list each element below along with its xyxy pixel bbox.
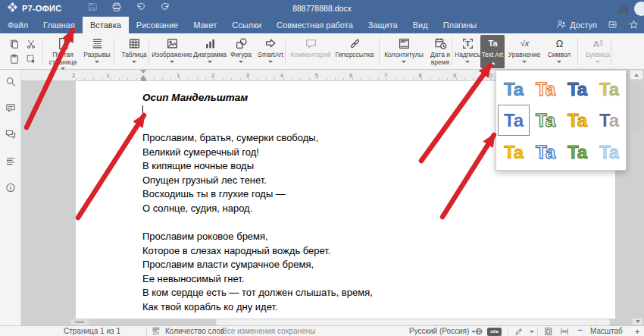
select-button[interactable] — [23, 52, 39, 67]
globe-icon[interactable] — [474, 327, 483, 336]
copy-button[interactable] — [6, 36, 23, 52]
svg-text:Ta: Ta — [488, 39, 498, 48]
textart-style-selected[interactable]: Ta — [498, 105, 530, 137]
save-icon — [87, 2, 98, 15]
tab-ссылки[interactable]: Ссылки — [224, 17, 269, 33]
table-button[interactable]: Таблица — [117, 35, 152, 68]
blankpage-button[interactable]: Пустая страница — [45, 35, 80, 68]
cut-button[interactable] — [23, 36, 39, 52]
fitwidth-icon — [560, 329, 569, 336]
menubar: ФайлГлавнаяВставкаРисованиеМакетСсылкиСо… — [0, 17, 644, 33]
svg-text:√x: √x — [520, 39, 529, 48]
vertical-scrollbar-thumb[interactable] — [632, 82, 641, 132]
language-selector[interactable]: Русский (Россия) — [409, 327, 476, 336]
undo-button[interactable] — [131, 0, 151, 17]
word-count-button[interactable]: Количество слов — [165, 327, 224, 336]
redo-button[interactable] — [155, 0, 175, 17]
zoom-out-button[interactable]: − — [577, 325, 583, 334]
tab-макет[interactable]: Макет — [186, 17, 224, 33]
textart-button[interactable]: TaText Art — [480, 35, 505, 68]
chevron-down-icon — [557, 61, 561, 63]
poem-line: Которое в слезах народный вождь берет. — [142, 244, 373, 259]
scroll-down-button[interactable] — [632, 318, 643, 325]
ruler-number: 1 — [107, 72, 110, 79]
access-button[interactable]: Доступ — [556, 19, 597, 31]
toolbar-separator — [577, 38, 578, 65]
poem-line: Как твой корабль ко дну идет. — [142, 300, 373, 315]
poem-line: О солнце, судия, народ. — [142, 202, 318, 216]
textart-style-option[interactable]: Ta — [530, 73, 561, 105]
headerfooter-icon — [398, 37, 411, 50]
equation-button[interactable]: √xУравнение — [505, 35, 544, 68]
bottom-left-control[interactable] — [70, 319, 89, 325]
svg-text:Ta: Ta — [599, 110, 620, 130]
fit-width-icon[interactable] — [560, 327, 569, 336]
poem-author-heading: Осип Мандельштам — [142, 92, 248, 103]
ruler-number: 2 — [72, 72, 75, 79]
textart-style-option[interactable]: Ta — [561, 73, 593, 105]
save-button[interactable] — [83, 0, 102, 17]
shape-label: Фигура — [230, 52, 252, 59]
chevron-down-icon — [208, 61, 212, 63]
avatar[interactable] — [634, 2, 644, 16]
headerfooter-button[interactable]: Колонтитулы — [382, 35, 426, 68]
select-icon — [26, 54, 36, 64]
smartart-button[interactable]: SmartArt — [255, 35, 286, 68]
textart-style-option[interactable]: Ta — [593, 73, 625, 105]
page-indicator[interactable]: Страница 1 из 1 — [64, 327, 120, 336]
sidebar-comment-bubble-button[interactable] — [5, 102, 16, 117]
textart-style-option[interactable]: Ta — [498, 73, 530, 105]
blankpage-icon — [57, 37, 70, 50]
r7-logo-icon — [6, 0, 18, 17]
sidebar-search-button[interactable] — [5, 76, 16, 90]
chevron-down-icon — [239, 61, 243, 63]
redo-icon — [160, 2, 170, 15]
tab-плагины[interactable]: Плагины — [436, 17, 485, 33]
headerfooter-label: Колонтитулы — [384, 52, 424, 59]
zoom-in-button[interactable]: + — [635, 327, 639, 336]
tab-рисование[interactable]: Рисование — [129, 17, 186, 33]
datetime-button[interactable]: Дата и время — [426, 35, 455, 68]
app-logo: Р7-ОФИС — [0, 0, 61, 17]
textart-style-option[interactable]: Ta — [593, 136, 625, 168]
tab-главная[interactable]: Главная — [36, 17, 83, 33]
review-mode-icon[interactable] — [514, 327, 524, 336]
clipboard-group — [2, 35, 39, 68]
sidebar-headings-button[interactable] — [5, 155, 16, 170]
toolbar-separator — [611, 38, 611, 65]
tab-совместная-работа[interactable]: Совместная работа — [269, 17, 361, 33]
print-button[interactable] — [107, 0, 127, 17]
comment-bubble-icon — [5, 103, 16, 116]
fit-page-icon[interactable] — [544, 327, 553, 336]
svg-text:Ta: Ta — [599, 79, 620, 99]
textart-style-option[interactable]: Ta — [498, 136, 530, 168]
spellcheck-toggle[interactable]: абв — [487, 328, 502, 336]
sidebar-chat-button[interactable] — [5, 129, 16, 143]
symbol-button[interactable]: ΩСимвол — [544, 35, 574, 68]
svg-text:Ta: Ta — [599, 142, 620, 162]
scroll-up-button[interactable] — [630, 70, 643, 80]
svg-text:T: T — [465, 39, 470, 48]
toolbar-settings-button[interactable] — [614, 3, 633, 33]
text-cursor — [142, 105, 143, 118]
tab-вид[interactable]: Вид — [405, 17, 436, 33]
image-button[interactable]: Изображение — [152, 35, 192, 68]
first-line-indent-marker[interactable] — [140, 70, 146, 74]
sidebar-info-button[interactable] — [5, 182, 16, 196]
horizontal-scrollbar-thumb[interactable] — [216, 319, 610, 325]
textbox-button[interactable]: TНадпись — [455, 35, 480, 68]
tab-вставка[interactable]: Вставка — [83, 17, 129, 33]
shape-button[interactable]: Фигура — [227, 35, 255, 68]
textart-style-option[interactable]: Ta — [530, 136, 561, 168]
tab-файл[interactable]: Файл — [0, 17, 36, 33]
tab-защита[interactable]: Защита — [361, 17, 405, 33]
print-icon — [111, 2, 122, 15]
textart-style-option[interactable]: Ta — [530, 105, 561, 137]
chart-button[interactable]: Диаграмма — [192, 35, 227, 68]
paste-button[interactable] — [6, 52, 23, 67]
textart-style-option[interactable]: Ta — [561, 136, 593, 168]
hyperlink-button[interactable]: Гиперссылка — [332, 35, 377, 68]
textart-style-option[interactable]: Ta — [561, 105, 593, 137]
textart-style-option[interactable]: Ta — [593, 105, 625, 137]
breaks-button[interactable]: Разрывы — [80, 35, 114, 68]
